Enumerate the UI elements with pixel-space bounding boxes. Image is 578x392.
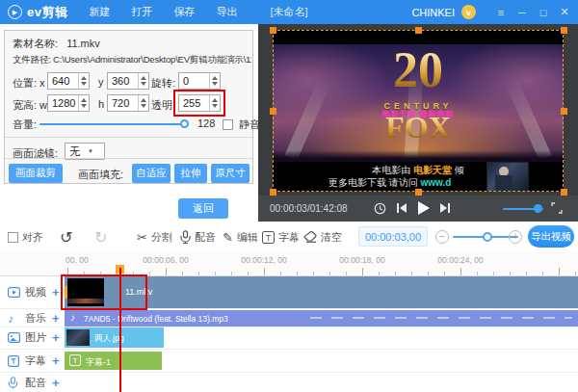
eraser-icon: [303, 231, 317, 243]
image-track-icon: [8, 332, 21, 343]
track-label: 音乐: [25, 311, 46, 326]
position-x-input[interactable]: 640: [47, 72, 90, 90]
selection-handle-se[interactable]: [561, 189, 567, 196]
previous-frame-icon[interactable]: [396, 202, 407, 214]
video-canvas[interactable]: 20 CENTURY 电影天堂 最新电影 FOX 本电影由 电影天堂 倾 更多电…: [273, 30, 564, 192]
app-menu-icon[interactable]: ≡: [493, 7, 509, 18]
menu-save[interactable]: 保存: [173, 5, 195, 19]
selection-handle-sw[interactable]: [270, 189, 276, 196]
width-input[interactable]: 1280: [47, 94, 90, 112]
subtitle-t-icon: T: [69, 354, 81, 366]
position-y-input[interactable]: 360: [107, 72, 149, 90]
crop-button[interactable]: 画面裁剪: [9, 164, 63, 183]
rotate-input[interactable]: 0: [178, 72, 221, 90]
add-video-button[interactable]: +: [52, 285, 60, 300]
fullscreen-icon[interactable]: [551, 202, 563, 214]
track-header-image: 图片 +: [0, 327, 65, 348]
align-checkbox[interactable]: [8, 232, 18, 243]
selection-handle-w[interactable]: [270, 108, 276, 115]
fill-stretch-button[interactable]: 拉伸: [174, 164, 207, 183]
track-divider: [0, 308, 578, 309]
rotate-value[interactable]: 0: [179, 73, 209, 89]
video-clip[interactable]: 11.mkv: [65, 276, 578, 308]
position-y-value[interactable]: 360: [108, 73, 138, 89]
overlay-brand: 电影天堂: [413, 165, 452, 175]
width-value[interactable]: 1280: [48, 95, 78, 111]
align-toggle[interactable]: 对齐: [8, 222, 43, 252]
image-clip-thumbnail: [66, 329, 90, 346]
rotate-spinner[interactable]: [209, 73, 220, 89]
music-clip[interactable]: ♪ 7AND5 - Driftwood (feat. Stella 13).mp…: [65, 310, 578, 327]
add-music-button[interactable]: +: [52, 311, 60, 326]
fill-fit-button[interactable]: 自适应: [132, 164, 171, 183]
add-dub-button[interactable]: +: [52, 376, 60, 390]
selection-handle-nw[interactable]: [270, 27, 276, 34]
menu-export[interactable]: 导出: [216, 5, 237, 19]
ruler-label: 00:00:18, 00: [339, 255, 384, 265]
maximize-icon[interactable]: □: [536, 7, 551, 18]
selection-handle-n[interactable]: [415, 27, 422, 34]
overlay-prefix: 本电影由: [372, 165, 410, 175]
mute-checkbox[interactable]: [223, 119, 233, 130]
pencil-icon: ✎: [223, 230, 233, 245]
width-spinner[interactable]: [78, 95, 89, 111]
play-icon[interactable]: [416, 200, 431, 216]
track-header-dub: 配音 +: [0, 374, 65, 392]
volume-slider-knob[interactable]: [180, 119, 189, 128]
split-button[interactable]: ✂ 分割: [137, 222, 172, 252]
edit-button[interactable]: ✎ 编辑: [223, 222, 258, 252]
clear-button[interactable]: 清空: [303, 222, 342, 252]
subtitle-button[interactable]: T 字幕: [262, 222, 300, 252]
dub-button[interactable]: 配音: [180, 222, 216, 252]
selection-handle-s[interactable]: [415, 189, 422, 196]
current-time-display[interactable]: 00:00:03,00: [358, 226, 428, 247]
position-x-spinner[interactable]: [78, 73, 89, 89]
chevron-down-icon: ▼: [88, 148, 93, 154]
close-icon[interactable]: ✕: [557, 6, 572, 18]
height-value[interactable]: 720: [108, 95, 138, 111]
file-path-row: 文件路径: C:\Users\Administrator\Desktop\EV剪…: [13, 54, 251, 66]
undo-button[interactable]: ↺: [60, 222, 72, 252]
volume-slider[interactable]: [39, 123, 186, 125]
fill-original-button[interactable]: 原尺寸: [211, 164, 250, 183]
preview-volume-knob[interactable]: [534, 204, 542, 213]
subtitle-clip-name: 字幕-1: [86, 356, 111, 369]
minimize-icon[interactable]: ─: [514, 7, 530, 18]
titlebar-right: CHINKEI v ≡ ─ □ ✕: [411, 0, 572, 24]
ruler-label: 00:00:24, 00: [437, 255, 483, 265]
ruler-label: 00:00:12, 00: [241, 255, 286, 265]
add-subtitle-button[interactable]: +: [52, 353, 60, 368]
back-button[interactable]: 返回: [178, 198, 228, 219]
city-skyline: [273, 150, 564, 162]
music-clip-name: 7AND5 - Driftwood (feat. Stella 13).mp3: [84, 314, 228, 324]
subtitle-track-icon: [8, 355, 21, 367]
redo-button[interactable]: ↻: [94, 222, 107, 252]
track-divider: [0, 372, 578, 373]
selection-handle-e[interactable]: [561, 108, 567, 115]
add-image-button[interactable]: +: [52, 330, 60, 345]
subtitle-clip[interactable]: T 字幕-1: [65, 352, 162, 370]
selection-handle-ne[interactable]: [561, 27, 567, 34]
app-name: ev剪辑: [27, 4, 67, 21]
zoom-out-icon[interactable]: −: [435, 230, 449, 244]
zoom-in-icon[interactable]: +: [509, 230, 522, 244]
position-x-value[interactable]: 640: [48, 73, 78, 89]
menu-open[interactable]: 打开: [131, 5, 152, 19]
pip-video-thumbnail: [486, 162, 529, 192]
playhead-line[interactable]: [119, 268, 121, 392]
position-y-spinner[interactable]: [138, 73, 148, 89]
export-video-button[interactable]: 导出视频: [528, 225, 574, 248]
height-input[interactable]: 720: [107, 94, 149, 112]
timeline-ruler[interactable]: 00, 00 00:00:06, 00 00:00:12, 00 00:00:1…: [0, 252, 578, 276]
username[interactable]: CHINKEI: [411, 7, 455, 18]
loop-playback-icon[interactable]: [374, 202, 386, 215]
next-frame-icon[interactable]: [439, 202, 451, 214]
height-spinner[interactable]: [138, 95, 148, 111]
timeline-panel: 00, 00 00:00:06, 00 00:00:12, 00 00:00:1…: [0, 252, 578, 392]
ruler-label: 00:00:06, 00: [143, 255, 188, 265]
avatar[interactable]: v: [461, 5, 476, 19]
menu-new[interactable]: 新建: [89, 5, 110, 19]
track-header-music: ♪ 音乐 +: [0, 310, 65, 327]
image-clip[interactable]: 两人.jpg: [65, 327, 164, 348]
timeline-zoom-knob[interactable]: [483, 232, 492, 242]
